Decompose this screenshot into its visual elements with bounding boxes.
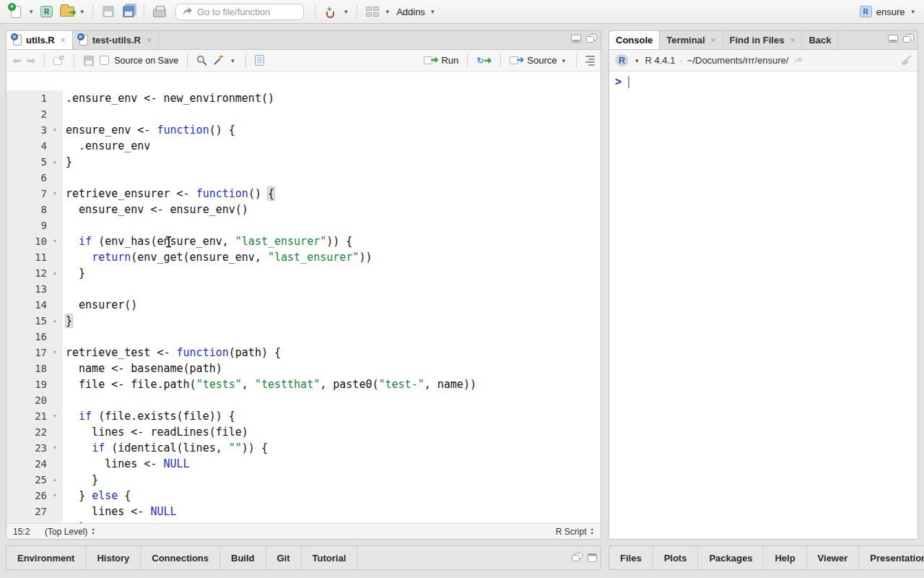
- goto-file-input[interactable]: [197, 7, 284, 17]
- code-line[interactable]: 7▾ retrieve_ensurer <- function() {: [6, 186, 601, 202]
- fold-toggle-icon[interactable]: ▾: [47, 186, 63, 202]
- run-button[interactable]: ➜ Run: [424, 55, 458, 66]
- fold-toggle-icon[interactable]: ▴: [47, 313, 63, 329]
- compile-report-icon[interactable]: [255, 55, 264, 66]
- search-icon[interactable]: [196, 55, 207, 66]
- fold-toggle-icon[interactable]: ▾: [47, 345, 63, 361]
- fold-toggle-icon[interactable]: ▾: [47, 408, 63, 424]
- tab-plots[interactable]: Plots: [653, 546, 699, 569]
- version-control-button[interactable]: +: [322, 2, 339, 21]
- document-outline-icon[interactable]: [585, 56, 595, 66]
- new-file-button[interactable]: +: [7, 2, 25, 21]
- fold-toggle-icon[interactable]: ▾: [47, 488, 63, 504]
- code-line[interactable]: 9: [6, 217, 601, 233]
- workspace-panes-button[interactable]: [364, 2, 381, 21]
- editor-tab-utils.R[interactable]: R utils.R ×: [6, 31, 73, 49]
- code-line[interactable]: 1 .ensure_env <- new_environment(): [6, 90, 601, 106]
- fold-toggle-icon[interactable]: ▾: [47, 122, 63, 138]
- code-line[interactable]: 19 file <- file.path("tests", "testthat"…: [6, 376, 601, 392]
- source-dropdown-icon[interactable]: ▾: [559, 57, 567, 64]
- close-tab-icon[interactable]: ×: [711, 35, 716, 46]
- code-editor[interactable]: 1 .ensure_env <- new_environment() 2 3▾ …: [6, 90, 601, 523]
- console-tab-Back[interactable]: Back: [802, 31, 838, 49]
- tab-git[interactable]: Git: [266, 546, 302, 569]
- code-line[interactable]: 5▴ }: [6, 154, 601, 170]
- editor-tab-test-utils.R[interactable]: R test-utils.R ×: [73, 31, 159, 49]
- code-line[interactable]: 14 ensurer(): [6, 297, 601, 313]
- forward-icon[interactable]: ➡: [27, 54, 36, 67]
- code-line[interactable]: 2: [6, 106, 601, 122]
- code-line[interactable]: 15▴ }: [6, 313, 601, 329]
- tab-history[interactable]: History: [86, 546, 141, 569]
- code-line[interactable]: 11 return(env_get(ensure_env, "last_ensu…: [6, 249, 601, 265]
- code-line[interactable]: 27 lines <- NULL: [6, 504, 601, 519]
- addins-menu[interactable]: Addins ▾: [394, 7, 438, 17]
- tab-packages[interactable]: Packages: [698, 546, 764, 569]
- wand-dropdown-icon[interactable]: ▾: [229, 57, 237, 64]
- project-menu[interactable]: R ensure ▾: [860, 6, 917, 17]
- code-line[interactable]: 25▴ }: [6, 472, 601, 488]
- working-directory[interactable]: ~/Documents/rrr/ensure/: [687, 55, 789, 66]
- code-line[interactable]: 12▴ }: [6, 265, 601, 281]
- fold-toggle-icon[interactable]: ▴: [47, 265, 63, 281]
- clear-console-icon[interactable]: [899, 55, 912, 66]
- magic-wand-icon[interactable]: [212, 55, 224, 66]
- panes-dropdown-icon[interactable]: ▾: [384, 8, 392, 15]
- close-tab-icon[interactable]: ×: [61, 35, 66, 46]
- tab-files[interactable]: Files: [609, 546, 653, 569]
- back-icon[interactable]: ⬅: [12, 54, 22, 67]
- code-line[interactable]: 20: [6, 392, 601, 408]
- code-line[interactable]: 3▾ ensure_env <- function() {: [6, 122, 601, 138]
- rerun-button[interactable]: ↻ ➜: [476, 55, 492, 66]
- code-line[interactable]: 13: [6, 281, 601, 297]
- code-line[interactable]: 4 .ensure_env: [6, 138, 601, 154]
- fold-toggle-icon[interactable]: ▴: [47, 154, 63, 170]
- code-line[interactable]: 17▾ retrieve_test <- function(path) {: [6, 345, 601, 361]
- tab-tutorial[interactable]: Tutorial: [302, 546, 358, 569]
- save-file-icon[interactable]: [84, 55, 94, 65]
- code-line[interactable]: 16: [6, 329, 601, 345]
- fold-toggle-icon[interactable]: ▾: [47, 440, 63, 456]
- code-line[interactable]: 21▾ if (file.exists(file)) {: [6, 408, 601, 424]
- new-project-button[interactable]: R: [38, 2, 56, 21]
- new-file-dropdown-icon[interactable]: ▾: [27, 8, 35, 15]
- source-on-save-checkbox[interactable]: [100, 56, 109, 65]
- popout-window-icon[interactable]: [53, 56, 65, 65]
- tab-help[interactable]: Help: [764, 546, 806, 569]
- code-line[interactable]: 10▾ if (env_has(ensure_env, "last_ensure…: [6, 233, 601, 249]
- minimize-pane-icon[interactable]: [571, 35, 581, 43]
- print-button[interactable]: [151, 2, 168, 21]
- maximize-pane-icon[interactable]: [586, 34, 597, 43]
- code-line[interactable]: 8 ensure_env <- ensure_env(): [6, 202, 601, 217]
- tab-presentation[interactable]: Presentation: [859, 546, 924, 569]
- code-line[interactable]: 24 lines <- NULL: [6, 456, 601, 472]
- close-tab-icon[interactable]: ×: [790, 35, 795, 46]
- fold-toggle-icon[interactable]: ▴: [47, 472, 63, 488]
- code-line[interactable]: 6: [6, 170, 601, 186]
- close-tab-icon[interactable]: ×: [147, 35, 152, 46]
- restore-pane-icon[interactable]: [572, 553, 583, 562]
- console-tab-Terminal[interactable]: Terminal ×: [660, 31, 723, 49]
- save-button[interactable]: [100, 2, 117, 21]
- tab-connections[interactable]: Connections: [141, 546, 220, 569]
- tab-build[interactable]: Build: [220, 546, 266, 569]
- maximize-pane-icon[interactable]: [588, 553, 597, 562]
- console-output[interactable]: >: [609, 72, 918, 539]
- code-line[interactable]: 26▾ } else {: [6, 488, 601, 504]
- maximize-pane-icon[interactable]: [903, 34, 914, 43]
- console-tab-Find in Files[interactable]: Find in Files ×: [723, 31, 803, 49]
- fold-toggle-icon[interactable]: ▾: [47, 233, 63, 249]
- console-tab-Console[interactable]: Console: [609, 31, 660, 49]
- code-line[interactable]: 23▾ if (identical(lines, "")) {: [6, 440, 601, 456]
- scope-selector[interactable]: (Top Level) ▲▼: [45, 527, 95, 537]
- code-line[interactable]: 18 name <- basename(path): [6, 361, 601, 376]
- code-line[interactable]: 22 lines <- readLines(file): [6, 424, 601, 440]
- version-control-dropdown-icon[interactable]: ▾: [342, 8, 350, 15]
- minimize-pane-icon[interactable]: [888, 35, 898, 43]
- console-prompt-line[interactable]: >: [615, 74, 912, 90]
- tab-viewer[interactable]: Viewer: [807, 546, 860, 569]
- file-type-selector[interactable]: R Script ▲▼: [556, 527, 594, 537]
- save-all-button[interactable]: [120, 2, 137, 21]
- source-button[interactable]: ➜ Source ▾: [510, 55, 567, 66]
- r-version-dropdown-icon[interactable]: ▾: [633, 57, 641, 64]
